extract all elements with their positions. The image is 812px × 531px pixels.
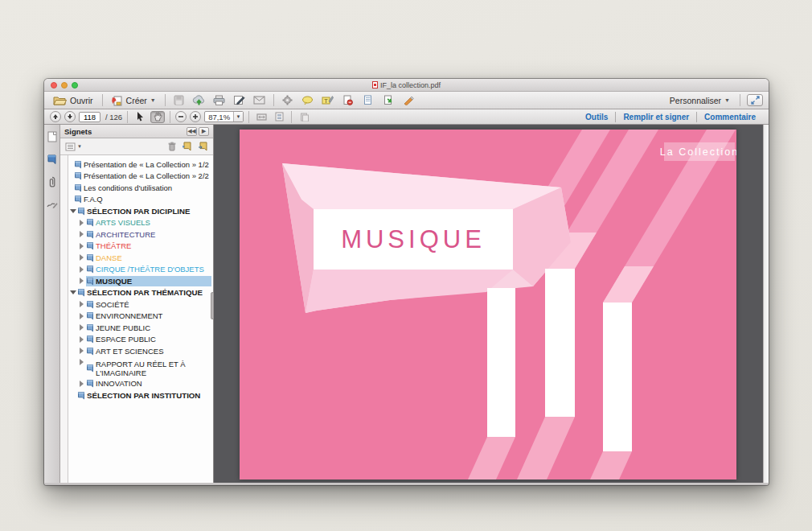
- highlight-button[interactable]: T: [320, 93, 336, 107]
- triangle-glyph: [80, 243, 84, 249]
- tools-link[interactable]: Outils: [578, 113, 615, 121]
- collapse-arrow-icon[interactable]: [68, 209, 77, 213]
- pdf-pages-button[interactable]: [360, 93, 376, 107]
- pages-panel-button[interactable]: [46, 130, 59, 143]
- expand-arrow-icon[interactable]: [77, 243, 86, 249]
- bookmark-item-cirque-theatre-d-objets[interactable]: CIRQUE /THÉÂTRE D'OBJETS: [68, 264, 213, 276]
- signatures-panel-icon: [47, 200, 58, 209]
- fit-width-icon: [256, 113, 267, 121]
- zoom-in-button[interactable]: [190, 111, 201, 122]
- hand-tool-button[interactable]: [150, 111, 165, 123]
- attachments-panel-button[interactable]: [46, 175, 59, 188]
- bookmarks-panel-icon: [47, 154, 57, 165]
- page-up-icon: [52, 113, 59, 120]
- bookmark-item-rapport-au-reel-et-a-l-imaginaire[interactable]: RAPPORT AU RÉEL ET À L'IMAGINAIRE: [68, 357, 213, 378]
- expand-arrow-icon[interactable]: [77, 324, 86, 331]
- next-page-button[interactable]: [64, 111, 76, 122]
- cloud-share-button[interactable]: [191, 93, 207, 107]
- bookmark-item-selection-par-institution[interactable]: SÉLECTION PAR INSTITUTION: [68, 389, 213, 401]
- expand-arrow-icon[interactable]: [77, 359, 86, 365]
- bookmark-item-les-conditions-d-utilisation[interactable]: Les conditions d'utilisation: [68, 182, 213, 194]
- bookmark-item-environnement[interactable]: ENVIRONNEMENT: [68, 311, 213, 323]
- zoom-out-button[interactable]: [175, 111, 187, 122]
- chevron-down-icon: ▼: [77, 144, 82, 149]
- expand-arrow-icon[interactable]: [77, 266, 86, 273]
- bookmark-flag-icon: [86, 277, 94, 286]
- bookmark-flag-icon: [86, 265, 95, 274]
- bookmark-arrow-icon[interactable]: [198, 142, 208, 151]
- bookmark-item-arts-visuels[interactable]: ARTS VISUELS: [68, 217, 213, 229]
- compose-button[interactable]: [232, 93, 248, 107]
- bookmark-item-presentation-de-la-collection-2-2[interactable]: Présentation de « La Collection » 2/2: [68, 171, 213, 183]
- zoom-level-control[interactable]: 87,1% ▼: [204, 111, 244, 122]
- select-cursor-icon: [137, 112, 144, 121]
- bookmark-item-jeune-public[interactable]: JEUNE PUBLIC: [68, 322, 213, 334]
- comment-link[interactable]: Commentaire: [697, 113, 763, 121]
- bookmark-item-espace-public[interactable]: ESPACE PUBLIC: [68, 334, 213, 346]
- bookmarks-panel-button[interactable]: [46, 153, 59, 166]
- collapse-panel-button[interactable]: ◀◀: [187, 127, 197, 136]
- select-tool-button[interactable]: [133, 111, 147, 123]
- single-page-view-button[interactable]: [272, 111, 286, 123]
- document-area[interactable]: MUSIQUE La Collection: [214, 125, 763, 483]
- triangle-glyph: [80, 278, 84, 284]
- expand-arrow-icon[interactable]: [77, 231, 86, 237]
- fullscreen-button[interactable]: [747, 94, 763, 106]
- bookmark-item-innovation[interactable]: INNOVATION: [68, 378, 213, 390]
- triangle-glyph: [80, 348, 84, 354]
- collapse-arrow-icon[interactable]: [68, 290, 77, 294]
- bookmark-item-label: Présentation de « La Collection » 2/2: [83, 171, 211, 181]
- expand-arrow-icon[interactable]: [77, 278, 86, 284]
- open-button[interactable]: Ouvrir: [50, 94, 96, 106]
- expand-arrow-icon[interactable]: [77, 301, 86, 307]
- comment-button[interactable]: [300, 93, 316, 107]
- bookmark-item-theatre[interactable]: THÉÂTRE: [68, 241, 213, 253]
- pdf-export-button[interactable]: [380, 93, 396, 107]
- create-button[interactable]: Créer ▼: [109, 94, 159, 107]
- triangle-glyph: [80, 266, 84, 273]
- trash-icon[interactable]: [168, 142, 176, 151]
- bookmark-item-selection-par-thematique[interactable]: SÉLECTION PAR THÉMATIQUE: [68, 287, 213, 299]
- bookmark-item-label: SOCIÉTÉ: [95, 299, 132, 310]
- previous-page-button[interactable]: [50, 111, 61, 122]
- triangle-glyph: [80, 313, 84, 319]
- pdf-optimize-button[interactable]: [340, 93, 356, 107]
- pdf-page-musique[interactable]: MUSIQUE La Collection: [240, 130, 736, 480]
- page-number-input[interactable]: [79, 112, 100, 122]
- expand-arrow-icon[interactable]: [77, 336, 86, 343]
- highlight-icon: T: [322, 95, 334, 105]
- scrolling-mode-button[interactable]: [254, 111, 269, 123]
- bookmark-item-selection-par-dicipline[interactable]: SÉLECTION PAR DICIPLINE: [68, 205, 213, 217]
- triangle-glyph: [80, 231, 84, 237]
- bookmark-item-presentation-de-la-collection-1-2[interactable]: Présentation de « La Collection » 1/2: [68, 158, 213, 171]
- pages-panel-icon: [47, 131, 57, 142]
- expand-arrow-icon[interactable]: [77, 220, 86, 226]
- next-panel-button[interactable]: ▶: [199, 127, 209, 136]
- expand-arrow-icon[interactable]: [77, 348, 86, 354]
- bookmark-options-button[interactable]: ▼: [65, 142, 82, 151]
- zoom-dropdown-button[interactable]: ▼: [233, 112, 243, 121]
- print-button[interactable]: [211, 93, 228, 107]
- bookmark-item-art-et-sciences[interactable]: ART ET SCIENCES: [68, 345, 213, 357]
- fill-sign-link[interactable]: Remplir et signer: [616, 113, 696, 121]
- bookmark-item-f-a-q[interactable]: F.A.Q: [68, 194, 213, 206]
- title-bar[interactable]: IF_la collection.pdf: [44, 79, 769, 92]
- bookmark-item-architecture[interactable]: ARCHITECTURE: [68, 228, 213, 241]
- sidebar-resize-handle[interactable]: [211, 292, 214, 319]
- bookmark-item-societe[interactable]: SOCIÉTÉ: [68, 298, 213, 311]
- sign-button[interactable]: [400, 93, 416, 107]
- personalize-button[interactable]: Personnaliser ▼: [666, 95, 733, 106]
- expand-arrow-icon[interactable]: [77, 381, 86, 387]
- paste-button[interactable]: [297, 111, 311, 123]
- save-button[interactable]: [171, 93, 187, 107]
- bookmark-item-musique[interactable]: MUSIQUE: [68, 275, 213, 287]
- chevron-down-icon: ▼: [150, 97, 156, 103]
- expand-arrow-icon[interactable]: [77, 313, 86, 319]
- bookmark-item-danse[interactable]: DANSE: [68, 252, 213, 264]
- preferences-button[interactable]: [280, 93, 296, 107]
- expand-arrow-icon[interactable]: [77, 254, 86, 261]
- new-bookmark-icon[interactable]: [182, 142, 192, 151]
- vertical-scrollbar[interactable]: [763, 125, 769, 483]
- signatures-panel-button[interactable]: [46, 198, 59, 211]
- email-button[interactable]: [252, 93, 268, 107]
